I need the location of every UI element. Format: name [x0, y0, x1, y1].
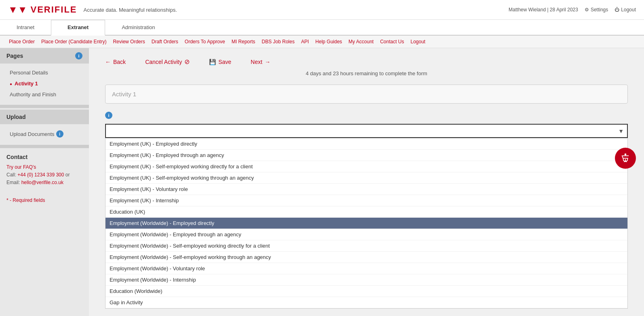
logout-label: Logout	[621, 7, 636, 13]
info-row: i	[105, 112, 628, 119]
activity-info-icon[interactable]: i	[105, 112, 112, 119]
dropdown-option-8[interactable]: Employment (Worldwide) - Employed throug…	[106, 229, 627, 240]
nav-draft-orders[interactable]: Draft Orders	[149, 38, 181, 45]
nav-logout[interactable]: Logout	[408, 38, 428, 45]
tabs: Intranet Extranet Administration	[0, 20, 644, 36]
dropdown-option-1[interactable]: Employment (UK) - Employed through an ag…	[106, 150, 627, 161]
nav-place-order-candidate[interactable]: Place Order (Candidate Entry)	[39, 38, 109, 45]
cancel-icon: ⊘	[184, 58, 190, 66]
nav-dbs-job-roles[interactable]: DBS Job Roles	[259, 38, 297, 45]
activity-type-select[interactable]	[105, 124, 628, 138]
phone-link[interactable]: +44 (0) 1234 339 300	[17, 172, 64, 178]
dropdown-option-9[interactable]: Employment (Worldwide) - Self-employed w…	[106, 240, 627, 252]
required-note-text: - Required fields	[8, 197, 45, 203]
dropdown-option-2[interactable]: Employment (UK) - Self-employed working …	[106, 161, 627, 172]
dropdown-option-12[interactable]: Employment (Worldwide) - Internship	[106, 274, 627, 286]
dropdown-option-14[interactable]: Gap in Activity	[106, 297, 627, 308]
email-link[interactable]: hello@verifile.co.uk	[21, 180, 63, 185]
svg-point-0	[625, 153, 627, 155]
activity-title: Activity 1	[112, 91, 136, 98]
accessibility-float-button[interactable]	[615, 148, 636, 169]
logo-tagline: Accurate data. Meaningful relationships.	[84, 7, 177, 13]
dropdown-option-13[interactable]: Education (Worldwide)	[106, 286, 627, 297]
sidebar-upload-items: Upload Documents i	[0, 125, 89, 143]
logo: ▼▼ VERIFILE Accurate data. Meaningful re…	[8, 4, 177, 15]
accessibility-icon	[620, 153, 631, 164]
nav-orders-to-approve[interactable]: Orders To Approve	[182, 38, 228, 45]
dropdown-option-11[interactable]: Employment (Worldwide) - Voluntary role	[106, 263, 627, 274]
settings-label: Settings	[591, 7, 608, 13]
back-label: Back	[113, 59, 126, 65]
navbar: Place Order Place Order (Candidate Entry…	[0, 36, 644, 48]
settings-link[interactable]: ⚙ Settings	[585, 7, 608, 13]
header: ▼▼ VERIFILE Accurate data. Meaningful re…	[0, 0, 644, 20]
sidebar-divider2	[0, 145, 89, 148]
sidebar-upload-title: Upload	[6, 114, 25, 120]
sidebar-item-upload-docs[interactable]: Upload Documents i	[0, 128, 89, 140]
email-prefix: Email:	[6, 180, 21, 185]
dropdown-option-4[interactable]: Employment (UK) - Voluntary role	[106, 184, 627, 195]
dropdown-list[interactable]: Employment (UK) - Employed directly Empl…	[105, 138, 628, 309]
activity-box: Activity 1	[105, 85, 628, 104]
sidebar-upload-section: Upload	[0, 110, 89, 124]
dropdown-option-5[interactable]: Employment (UK) - Internship	[106, 195, 627, 206]
sidebar-item-authority-finish[interactable]: Authority and Finish	[0, 89, 89, 100]
sidebar-contact-text: Try our FAQ's Call: +44 (0) 1234 339 300…	[6, 163, 82, 187]
next-arrow-icon: →	[265, 59, 270, 65]
nav-review-orders[interactable]: Review Orders	[110, 38, 147, 45]
back-button[interactable]: ← Back	[105, 59, 126, 65]
save-button[interactable]: 💾 Save	[209, 59, 231, 65]
dropdown-option-3[interactable]: Employment (UK) - Self-employed working …	[106, 172, 627, 184]
sidebar-contact-section: Contact Try our FAQ's Call: +44 (0) 1234…	[0, 150, 89, 191]
call-prefix: Call:	[6, 172, 17, 178]
dropdown-option-7[interactable]: Employment (Worldwide) - Employed direct…	[106, 218, 627, 229]
main-content: ← Back Cancel Activity ⊘ 💾 Save Next → 4…	[89, 48, 644, 316]
sidebar-page-items: Personal Details Activity 1 Authority an…	[0, 64, 89, 103]
faq-link-text: Try our FAQ's	[6, 164, 36, 170]
settings-icon: ⚙	[585, 7, 589, 13]
dropdown-option-0[interactable]: Employment (UK) - Employed directly	[106, 138, 627, 150]
tab-extranet[interactable]: Extranet	[51, 20, 105, 36]
sidebar-pages-section: Pages i	[0, 48, 89, 64]
sidebar-item-activity1[interactable]: Activity 1	[0, 78, 89, 89]
nav-mi-reports[interactable]: MI Reports	[229, 38, 258, 45]
nav-place-order[interactable]: Place Order	[6, 38, 37, 45]
faq-link[interactable]: Try our FAQ's	[6, 164, 36, 170]
upload-docs-label: Upload Documents	[10, 131, 55, 137]
tab-intranet[interactable]: Intranet	[0, 20, 51, 35]
dropdown-option-6[interactable]: Education (UK)	[106, 206, 627, 218]
dropdown-option-10[interactable]: Employment (Worldwide) - Self-employed w…	[106, 252, 627, 263]
save-icon: 💾	[209, 59, 216, 65]
required-note: * - Required fields	[0, 195, 89, 206]
cancel-label: Cancel Activity	[145, 59, 182, 65]
logo-icon: ▼▼	[8, 4, 27, 15]
upload-docs-info-icon[interactable]: i	[56, 130, 63, 138]
cancel-activity-button[interactable]: Cancel Activity ⊘	[145, 58, 190, 66]
save-label: Save	[218, 59, 231, 65]
sidebar-divider	[0, 105, 89, 108]
sidebar: Pages i Personal Details Activity 1 Auth…	[0, 48, 89, 316]
next-label: Next	[251, 59, 262, 65]
tab-administration[interactable]: Administration	[105, 20, 171, 35]
pages-info-icon[interactable]: i	[75, 52, 82, 59]
nav-api[interactable]: API	[299, 38, 311, 45]
remaining-text: 4 days and 23 hours remaining to complet…	[105, 70, 628, 76]
main-layout: Pages i Personal Details Activity 1 Auth…	[0, 48, 644, 316]
sidebar-contact-title: Contact	[6, 154, 82, 160]
nav-contact-us[interactable]: Contact Us	[378, 38, 406, 45]
nav-help-guides[interactable]: Help Guides	[313, 38, 344, 45]
toolbar: ← Back Cancel Activity ⊘ 💾 Save Next →	[105, 58, 628, 66]
logout-link[interactable]: ⏻ Logout	[614, 7, 636, 13]
header-right: Matthew Wieland | 28 April 2023 ⚙ Settin…	[509, 7, 636, 13]
call-suffix: or	[64, 172, 70, 178]
user-info: Matthew Wieland | 28 April 2023	[509, 7, 578, 13]
logout-icon: ⏻	[614, 7, 619, 13]
next-button[interactable]: Next →	[251, 59, 270, 65]
nav-my-account[interactable]: My Account	[346, 38, 376, 45]
activity-type-dropdown-wrapper: ▼	[105, 124, 628, 138]
logo-text: VERIFILE	[31, 4, 77, 15]
sidebar-pages-title: Pages	[6, 53, 23, 59]
back-arrow-icon: ←	[105, 59, 111, 65]
sidebar-item-personal-details[interactable]: Personal Details	[0, 67, 89, 78]
